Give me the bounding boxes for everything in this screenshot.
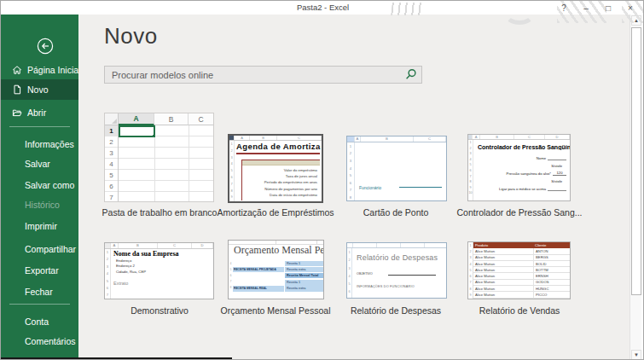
- backstage-main-panel: Novo A B C 1234567 Pasta de trabalho em …: [78, 15, 644, 360]
- sheet-title: Controlador de Pressão Sangüínea: [478, 144, 570, 150]
- field-label: Data de início do empréstimo: [242, 192, 317, 198]
- blank-line: [388, 273, 436, 276]
- template-label[interactable]: Cartão de Ponto: [332, 207, 460, 218]
- search-input[interactable]: [105, 70, 404, 80]
- row-number: 8: [468, 286, 473, 292]
- template-thumb-relatorio-vendas[interactable]: 123456789 Produto Cliente Alice MuttonAl…: [467, 241, 571, 299]
- row-number: 5: [347, 171, 354, 179]
- column-header: C: [189, 113, 213, 125]
- column-header: D: [192, 243, 213, 248]
- scrollbar-thumb[interactable]: [631, 27, 641, 295]
- loan-field-labels: Valor do empréstimoTaxa de juros anualPe…: [242, 165, 320, 198]
- row-number: 4: [105, 270, 110, 277]
- scroll-up-button[interactable]: ▲: [631, 15, 641, 26]
- row-number: 5: [105, 278, 110, 285]
- field-label: Valor do empréstimo: [242, 167, 317, 173]
- row-number: 9: [468, 292, 473, 298]
- backstage-sidebar: Página Inicial Novo Abrir Informações Sa…: [1, 15, 78, 360]
- template-thumb-pasta-em-branco[interactable]: A B C 1234567: [104, 113, 214, 202]
- systole-label: Sístole: [551, 179, 562, 183]
- sidebar-item-conta[interactable]: Conta: [1, 313, 78, 330]
- page-title: Novo: [104, 23, 158, 49]
- template-label[interactable]: Demonstrativo: [96, 305, 223, 316]
- sidebar-item-comentarios[interactable]: Comentários: [1, 333, 78, 350]
- column-header: B: [480, 135, 514, 139]
- help-button[interactable]: ?: [553, 1, 575, 15]
- maximize-button[interactable]: □: [597, 1, 619, 15]
- column-header-strip: A B C D: [105, 243, 213, 249]
- sidebar-item-exportar[interactable]: Exportar: [1, 262, 78, 279]
- sidebar-item-pagina-inicial[interactable]: Página Inicial: [1, 61, 78, 78]
- template-thumb-demonstrativo[interactable]: A B C D 1234567 Nome da sua Empresa Ende…: [104, 242, 214, 299]
- row-number: 5: [229, 167, 234, 174]
- client-cell: GODOS: [534, 280, 570, 286]
- row-gutter: 123456: [347, 248, 352, 298]
- search-icon[interactable]: [404, 68, 421, 81]
- column-header: C: [158, 243, 192, 248]
- sidebar-item-fechar[interactable]: Fechar: [1, 283, 78, 300]
- sidebar-item-novo[interactable]: Novo: [1, 79, 78, 100]
- column-header: C: [414, 136, 446, 142]
- vertical-scrollbar[interactable]: ▲ ▼: [629, 15, 641, 360]
- row-number: 6: [105, 285, 110, 292]
- template-label[interactable]: Relatório de Vendas: [455, 305, 583, 316]
- template-label[interactable]: Controlador de Pressão Sang...: [455, 207, 583, 218]
- row-gutter: 123456789: [229, 141, 235, 201]
- sheet-title: Agenda de Amortização: [236, 142, 321, 151]
- row-number: 8: [229, 188, 234, 195]
- column-header: A: [355, 136, 361, 142]
- column-header: B: [119, 243, 158, 248]
- template-thumb-pressao-sanguinea[interactable]: A B C D 12345678910 Controlador de Press…: [467, 134, 571, 201]
- client-column: ANTONBERGSBOLIDBOTTMERNSHGODOSHUNGCPICCO: [533, 248, 570, 299]
- product-cell: Alice Mutton: [473, 267, 533, 273]
- row-number: 1: [105, 125, 118, 136]
- row-number: 4: [347, 272, 351, 280]
- column-header: A: [235, 136, 250, 140]
- sidebar-item-salvar-como[interactable]: Salvar como: [1, 177, 78, 194]
- minimize-button[interactable]: –: [575, 1, 597, 15]
- row-gutter: 1234567: [105, 125, 119, 201]
- row-number: 2: [468, 248, 473, 254]
- home-icon: [12, 65, 22, 75]
- systole-label: Sístole: [551, 164, 562, 168]
- blank-line: [548, 158, 566, 160]
- budget-cell: Receita 1: [285, 280, 323, 285]
- template-label[interactable]: Orçamento Mensal Pessoal: [212, 305, 339, 316]
- template-thumb-orcamento-mensal[interactable]: 45678 Orçamento Mensal Pessoal Receita 1…: [228, 240, 324, 299]
- template-label[interactable]: Pasta de trabalho em branco: [96, 207, 223, 218]
- row-number: 3: [347, 157, 354, 165]
- sidebar-item-salvar[interactable]: Salvar: [1, 155, 78, 172]
- sidebar-item-compartilhar[interactable]: Compartilhar: [1, 241, 78, 258]
- budget-cell: Receita extra: [285, 286, 323, 291]
- sidebar-item-imprimir[interactable]: Imprimir: [1, 218, 78, 235]
- template-label[interactable]: Amortização de Empréstimos: [212, 207, 339, 218]
- row-number: 9: [229, 194, 234, 200]
- template-label[interactable]: Relatório de Despesas: [332, 305, 460, 316]
- back-button[interactable]: [37, 38, 54, 55]
- row-number: 2: [105, 136, 118, 148]
- sidebar-item-abrir[interactable]: Abrir: [1, 104, 78, 121]
- row-number: 5: [105, 170, 118, 181]
- open-folder-icon: [12, 107, 22, 118]
- row-number: 6: [468, 168, 473, 174]
- row-number: 7: [105, 292, 110, 299]
- client-cell: ERNSH: [534, 273, 570, 279]
- scroll-down-button[interactable]: ▼: [631, 350, 641, 360]
- row-number: 7: [468, 280, 473, 286]
- sidebar-item-label: Página Inicial: [27, 65, 78, 75]
- column-header: B: [154, 113, 189, 125]
- row-number: 4: [105, 159, 118, 170]
- sheet-corner: [105, 243, 111, 248]
- template-thumb-amortizacao[interactable]: A B C 123456789 Agenda de Amortização Va…: [228, 134, 323, 203]
- close-button[interactable]: ×: [619, 1, 641, 15]
- template-thumb-cartao-de-ponto[interactable]: A B C 12345678 Funcionário: [346, 136, 447, 201]
- column-header-strip: A B C: [347, 136, 446, 142]
- sidebar-item-informacoes[interactable]: Informações: [1, 136, 78, 153]
- column-header: B: [250, 136, 277, 140]
- row-number: 5: [468, 267, 473, 273]
- target-pressure-value: 120: [553, 171, 566, 176]
- sheet-corner: [105, 113, 119, 125]
- new-document-icon: [12, 84, 22, 95]
- loan-summary-box: Valor do empréstimoTaxa de juros anualPe…: [241, 160, 320, 200]
- template-thumb-relatorio-despesas[interactable]: 123456 Relatório de Despesas OBJETIVO IN…: [346, 242, 447, 299]
